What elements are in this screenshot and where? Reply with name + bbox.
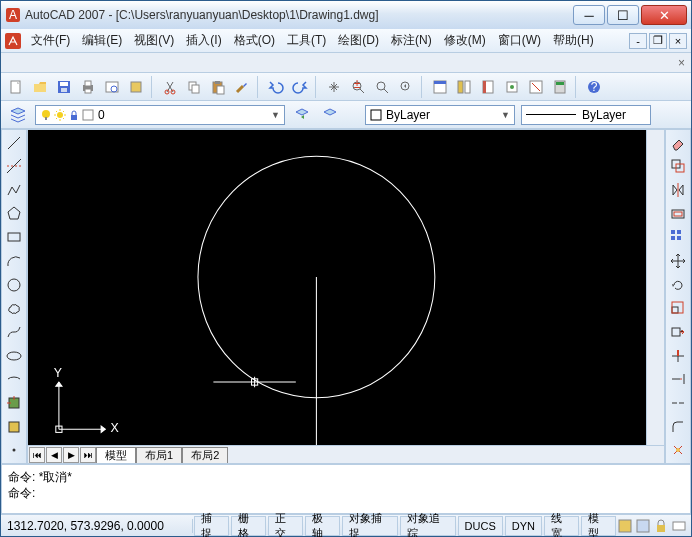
- tab-first[interactable]: ⏮: [29, 447, 45, 463]
- sheet-set-button[interactable]: [501, 76, 523, 98]
- save-button[interactable]: [53, 76, 75, 98]
- ellipse-tool[interactable]: [3, 345, 25, 367]
- extend-tool[interactable]: [667, 368, 689, 390]
- plot-preview-button[interactable]: [101, 76, 123, 98]
- quickcalc-button[interactable]: [549, 76, 571, 98]
- tab-layout1[interactable]: 布局1: [136, 447, 182, 463]
- arc-tool[interactable]: [3, 250, 25, 272]
- publish-button[interactable]: [125, 76, 147, 98]
- status-icon-4[interactable]: [671, 518, 687, 534]
- trim-tool[interactable]: [667, 345, 689, 367]
- rotate-tool[interactable]: [667, 274, 689, 296]
- print-button[interactable]: [77, 76, 99, 98]
- horizontal-scrollbar[interactable]: ⏮ ◀ ▶ ⏭ 模型 布局1 布局2: [28, 445, 664, 463]
- tab-next[interactable]: ▶: [63, 447, 79, 463]
- mirror-tool[interactable]: [667, 179, 689, 201]
- acad-menu-icon[interactable]: [5, 33, 21, 49]
- toolbar-close-icon[interactable]: ×: [678, 56, 685, 70]
- help-button[interactable]: ?: [583, 76, 605, 98]
- pan-button[interactable]: [323, 76, 345, 98]
- spline-tool[interactable]: [3, 321, 25, 343]
- open-button[interactable]: [29, 76, 51, 98]
- design-center-button[interactable]: [453, 76, 475, 98]
- mdi-restore[interactable]: ❐: [649, 33, 667, 49]
- menu-view[interactable]: 视图(V): [128, 30, 180, 51]
- menu-edit[interactable]: 编辑(E): [76, 30, 128, 51]
- stretch-tool[interactable]: [667, 321, 689, 343]
- status-lock-icon[interactable]: [653, 518, 669, 534]
- cut-button[interactable]: [159, 76, 181, 98]
- mdi-minimize[interactable]: -: [629, 33, 647, 49]
- break-tool[interactable]: [667, 392, 689, 414]
- maximize-button[interactable]: ☐: [607, 5, 639, 25]
- insert-block-tool[interactable]: [3, 392, 25, 414]
- tab-last[interactable]: ⏭: [80, 447, 96, 463]
- markup-button[interactable]: [525, 76, 547, 98]
- rectangle-tool[interactable]: [3, 227, 25, 249]
- make-block-tool[interactable]: [3, 416, 25, 438]
- dyn-toggle[interactable]: DYN: [505, 516, 542, 536]
- offset-tool[interactable]: [667, 203, 689, 225]
- redo-button[interactable]: [289, 76, 311, 98]
- layer-previous-button[interactable]: [291, 104, 313, 126]
- layer-dropdown[interactable]: 0 ▼: [35, 105, 285, 125]
- mdi-close[interactable]: ×: [669, 33, 687, 49]
- construction-line-tool[interactable]: [3, 156, 25, 178]
- copy-tool[interactable]: [667, 156, 689, 178]
- status-icon-2[interactable]: [635, 518, 651, 534]
- copy-button[interactable]: [183, 76, 205, 98]
- array-tool[interactable]: [667, 227, 689, 249]
- osnap-toggle[interactable]: 对象捕捉: [342, 516, 398, 536]
- snap-toggle[interactable]: 捕捉: [194, 516, 229, 536]
- close-button[interactable]: ✕: [641, 5, 687, 25]
- grid-toggle[interactable]: 栅格: [231, 516, 266, 536]
- tab-prev[interactable]: ◀: [46, 447, 62, 463]
- menu-window[interactable]: 窗口(W): [492, 30, 547, 51]
- explode-tool[interactable]: [667, 439, 689, 461]
- point-tool[interactable]: [3, 439, 25, 461]
- match-props-button[interactable]: [231, 76, 253, 98]
- move-tool[interactable]: [667, 250, 689, 272]
- color-dropdown[interactable]: ByLayer ▼: [365, 105, 515, 125]
- menu-insert[interactable]: 插入(I): [180, 30, 227, 51]
- status-icon-1[interactable]: [617, 518, 633, 534]
- circle-tool[interactable]: [3, 274, 25, 296]
- menu-format[interactable]: 格式(O): [228, 30, 281, 51]
- linetype-dropdown[interactable]: ByLayer: [521, 105, 651, 125]
- vertical-scrollbar[interactable]: [646, 130, 664, 445]
- ellipse-arc-tool[interactable]: [3, 368, 25, 390]
- zoom-realtime-button[interactable]: ±: [347, 76, 369, 98]
- line-tool[interactable]: [3, 132, 25, 154]
- tab-layout2[interactable]: 布局2: [182, 447, 228, 463]
- zoom-window-button[interactable]: [371, 76, 393, 98]
- tool-palettes-button[interactable]: [477, 76, 499, 98]
- polyline-tool[interactable]: [3, 179, 25, 201]
- layer-manager-button[interactable]: [7, 104, 29, 126]
- menu-dimension[interactable]: 标注(N): [385, 30, 438, 51]
- coordinates-display[interactable]: 1312.7020, 573.9296, 0.0000: [1, 519, 193, 533]
- new-button[interactable]: [5, 76, 27, 98]
- command-line[interactable]: 命令: *取消* 命令:: [1, 464, 691, 514]
- zoom-previous-button[interactable]: [395, 76, 417, 98]
- menu-modify[interactable]: 修改(M): [438, 30, 492, 51]
- otrack-toggle[interactable]: 对象追踪: [400, 516, 456, 536]
- polar-toggle[interactable]: 极轴: [305, 516, 340, 536]
- model-toggle[interactable]: 模型: [581, 516, 616, 536]
- tab-model[interactable]: 模型: [96, 447, 136, 463]
- lwt-toggle[interactable]: 线宽: [544, 516, 579, 536]
- fillet-tool[interactable]: [667, 416, 689, 438]
- revision-cloud-tool[interactable]: [3, 297, 25, 319]
- menu-help[interactable]: 帮助(H): [547, 30, 600, 51]
- menu-draw[interactable]: 绘图(D): [332, 30, 385, 51]
- erase-tool[interactable]: [667, 132, 689, 154]
- menu-file[interactable]: 文件(F): [25, 30, 76, 51]
- scale-tool[interactable]: [667, 297, 689, 319]
- drawing-canvas[interactable]: X Y: [28, 130, 646, 445]
- paste-button[interactable]: [207, 76, 229, 98]
- minimize-button[interactable]: ─: [573, 5, 605, 25]
- undo-button[interactable]: [265, 76, 287, 98]
- layer-states-button[interactable]: [319, 104, 341, 126]
- menu-tools[interactable]: 工具(T): [281, 30, 332, 51]
- properties-button[interactable]: [429, 76, 451, 98]
- polygon-tool[interactable]: [3, 203, 25, 225]
